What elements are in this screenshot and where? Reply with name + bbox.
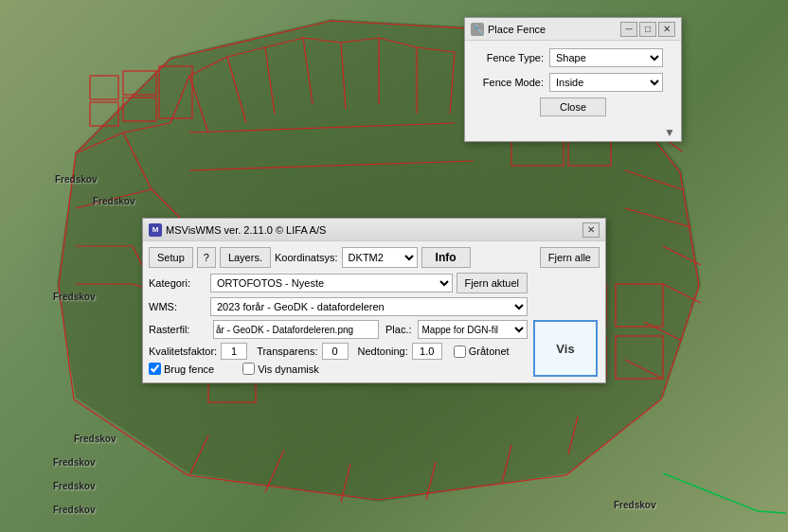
place-fence-close-button[interactable]: ✕: [658, 22, 675, 37]
map-label-fredskov-8: Fredskov: [614, 500, 655, 510]
rasterfil-label: Rasterfil:: [149, 324, 210, 335]
place-fence-titlebar: 🔧 Place Fence ─ □ ✕: [465, 18, 681, 41]
place-fence-window-controls: ─ □ ✕: [620, 22, 675, 37]
map-label-fredskov-1: Fredskov: [55, 174, 97, 185]
msvis-icon: M: [149, 223, 162, 237]
gratonet-label: Gråtonet: [469, 346, 510, 357]
koordinatsys-label: Koordinatsys:: [275, 252, 338, 263]
msvis-body: Setup ? Layers. Koordinatsys: DKTM2 Info…: [143, 241, 605, 382]
map-label-fredskov-3: Fredskov: [53, 292, 95, 302]
place-fence-maximize-button[interactable]: □: [639, 22, 656, 37]
kategori-row: Kategori: ORTOFOTOS - Nyeste Fjern aktue…: [149, 273, 528, 293]
rasterfil-input[interactable]: [213, 320, 379, 339]
kategori-label: Kategori:: [149, 277, 210, 289]
nedtoning-label: Nedtoning:: [358, 346, 408, 357]
place-fence-dialog: 🔧 Place Fence ─ □ ✕ Fence Type: Shape El…: [464, 17, 682, 142]
map-label-fredskov-2: Fredskov: [93, 196, 134, 206]
question-button[interactable]: ?: [197, 247, 216, 268]
kvalitetsfaktor-input[interactable]: [221, 343, 247, 360]
place-fence-icon: 🔧: [471, 23, 484, 36]
kvalitetsfaktor-label: Kvalitetsfaktor:: [149, 346, 217, 357]
layers-button[interactable]: Layers.: [220, 247, 271, 268]
wms-label: WMS:: [149, 301, 210, 312]
info-button[interactable]: Info: [421, 247, 471, 268]
msvis-titlebar: M MSVisWMS ver. 2.11.0 © LIFA A/S ✕: [143, 219, 605, 241]
scroll-arrow: ▼: [465, 124, 681, 141]
wms-select[interactable]: 2023 forår - GeoDK - datafordeleren: [210, 297, 528, 316]
msvis-dialog: M MSVisWMS ver. 2.11.0 © LIFA A/S ✕ Setu…: [142, 218, 606, 383]
plac-select[interactable]: Mappe for DGN-fil: [418, 320, 528, 339]
vis-button[interactable]: Vis: [533, 320, 598, 377]
fence-mode-select[interactable]: Inside Outside Overlap Clip: [549, 73, 663, 92]
place-fence-minimize-button[interactable]: ─: [620, 22, 637, 37]
place-fence-body: Fence Type: Shape Element View Fence Mod…: [465, 41, 681, 124]
place-fence-title: Place Fence: [488, 24, 546, 35]
brug-fence-checkbox[interactable]: [149, 363, 161, 375]
fence-type-label: Fence Type:: [473, 52, 544, 63]
transparens-input[interactable]: [322, 343, 349, 360]
place-fence-close-large-button[interactable]: Close: [540, 98, 606, 116]
fence-type-select[interactable]: Shape Element View: [549, 48, 663, 67]
kategori-select[interactable]: ORTOFOTOS - Nyeste: [210, 274, 453, 293]
fjern-alle-button[interactable]: Fjern alle: [540, 247, 600, 268]
rasterfil-row: Rasterfil: Plac.: Mappe for DGN-fil: [149, 320, 528, 339]
vis-dynamisk-label: Vis dynamisk: [258, 364, 319, 375]
map-label-fredskov-5: Fredskov: [53, 457, 95, 468]
vis-dynamisk-checkbox[interactable]: [242, 363, 255, 375]
transparens-label: Transparens:: [257, 346, 317, 357]
map-label-fredskov-6: Fredskov: [53, 481, 95, 491]
map-label-fredskov-7: Fredskov: [53, 505, 95, 515]
nedtoning-input[interactable]: [412, 343, 442, 360]
fence-type-row: Fence Type: Shape Element View: [473, 48, 673, 67]
fence-mode-label: Fence Mode:: [473, 77, 544, 88]
close-button-row: Close: [473, 98, 673, 116]
svg-rect-50: [90, 76, 118, 99]
fjern-aktuel-button[interactable]: Fjern aktuel: [457, 273, 528, 293]
wms-row: WMS: 2023 forår - GeoDK - datafordeleren: [149, 297, 528, 316]
kvalitetsfaktor-row: Kvalitetsfaktor: Transparens: Nedtoning:…: [149, 343, 528, 360]
setup-button[interactable]: Setup: [149, 247, 193, 268]
msvis-title: MSVisWMS ver. 2.11.0 © LIFA A/S: [166, 224, 326, 236]
koordinatsys-select[interactable]: DKTM2: [342, 247, 418, 268]
gratonet-checkbox[interactable]: [454, 346, 466, 358]
options-row: Brug fence Vis dynamisk: [149, 363, 528, 375]
fence-mode-row: Fence Mode: Inside Outside Overlap Clip: [473, 73, 673, 92]
brug-fence-label: Brug fence: [164, 364, 214, 375]
msvis-close-button[interactable]: ✕: [582, 222, 600, 238]
plac-label: Plac.:: [385, 324, 412, 335]
msvis-window-controls: ✕: [582, 222, 600, 238]
map-label-fredskov-4: Fredskov: [74, 434, 116, 444]
